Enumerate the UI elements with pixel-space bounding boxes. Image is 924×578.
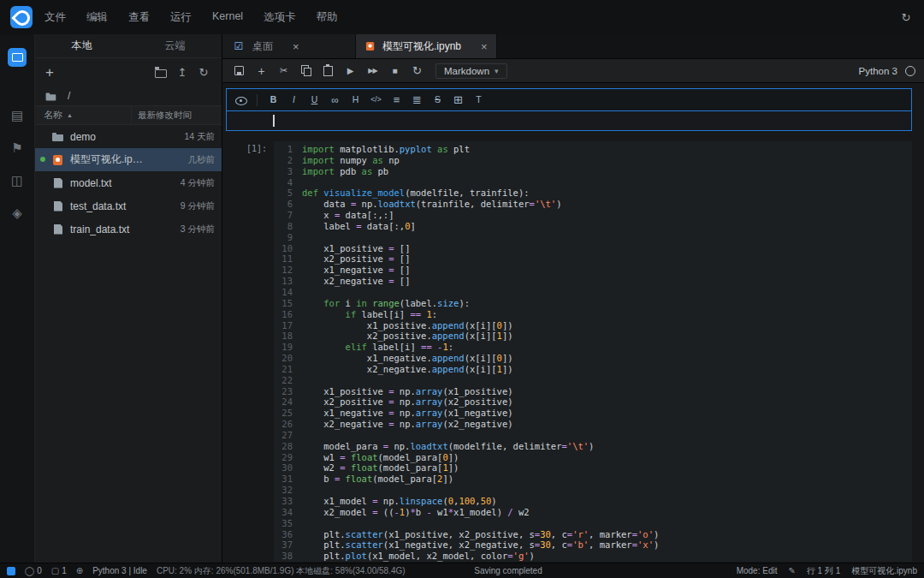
kernel-box-icon: ▢	[51, 566, 59, 575]
workspace: 本地 云端 + / 名称 ▲ 最新修改时间 demo14 天前模型可视化.ipy…	[0, 34, 924, 563]
code-text: w1 = float(model_para[0])	[302, 452, 459, 463]
add-icon[interactable]	[253, 63, 270, 78]
code-icon[interactable]	[367, 92, 385, 108]
folder-icon	[52, 131, 64, 143]
column-name[interactable]: 名称 ▲	[35, 106, 132, 124]
file-modified: 9 分钟前	[145, 200, 222, 212]
file-modified: 3 分钟前	[145, 223, 222, 235]
underline-icon[interactable]	[305, 92, 323, 108]
breadcrumb-path: /	[68, 90, 70, 102]
close-icon[interactable]: ×	[481, 40, 488, 53]
strikethrough-icon[interactable]	[429, 92, 447, 108]
line-number: 19	[274, 342, 302, 353]
line-number: 20	[274, 353, 302, 364]
kernel-name[interactable]: Python 3	[859, 66, 897, 76]
code-line: 23 x1_positive = np.array(x1_positive)	[274, 386, 912, 397]
menu-items: 文件编辑查看运行Kernel选项卡帮助	[44, 10, 338, 25]
line-number: 2	[274, 155, 302, 166]
save-icon[interactable]	[231, 63, 247, 78]
menu-item[interactable]: 编辑	[86, 10, 108, 25]
files-icon[interactable]	[8, 48, 27, 67]
menu-item[interactable]: 帮助	[317, 10, 338, 25]
heading-icon[interactable]	[346, 92, 364, 108]
column-modified[interactable]: 最新修改时间	[132, 110, 222, 122]
new-folder-icon[interactable]	[153, 65, 169, 79]
menu-item[interactable]: 文件	[44, 10, 66, 25]
preview-icon[interactable]	[232, 92, 250, 108]
run-icon[interactable]	[342, 63, 358, 78]
menu-item[interactable]: 运行	[170, 10, 192, 25]
cursor-position[interactable]: 行 1 列 1	[807, 565, 840, 577]
list-ol-icon[interactable]	[408, 92, 426, 108]
tab-desktop[interactable]: 桌面 ×	[222, 34, 356, 58]
restart-icon[interactable]	[409, 63, 425, 78]
circle-icon: ◯	[25, 566, 34, 575]
code-text: import matplotlib.pyplot as plt	[302, 144, 470, 155]
markdown-cell[interactable]	[226, 88, 912, 131]
run-all-icon[interactable]	[364, 63, 381, 78]
menu-item[interactable]: 选项卡	[264, 10, 296, 25]
kernels-indicator[interactable]: ▢ 1	[51, 566, 67, 575]
archive-icon[interactable]	[8, 106, 27, 125]
code-line: 4	[274, 177, 912, 188]
kernel-status-icon[interactable]	[905, 66, 915, 76]
table-icon[interactable]	[449, 92, 467, 108]
upload-icon[interactable]	[175, 65, 190, 79]
code-text: x2_model = ((-1)*b - w1*x1_model) / w2	[302, 507, 530, 518]
refresh-icon[interactable]	[196, 65, 211, 79]
breadcrumb[interactable]: /	[35, 86, 222, 105]
copy-icon[interactable]	[298, 63, 314, 78]
menu-item[interactable]: 查看	[128, 10, 150, 25]
link-icon[interactable]	[326, 92, 344, 108]
code-line: 11 x2_positive = []	[274, 253, 912, 265]
flag-icon[interactable]	[8, 139, 27, 158]
close-icon[interactable]: ×	[293, 40, 299, 53]
code-text: import pdb as pb	[302, 166, 388, 177]
code-cell[interactable]: [1]: 1import matplotlib.pyplot as plt2im…	[226, 141, 912, 562]
text-icon[interactable]	[470, 92, 488, 108]
line-number: 34	[274, 507, 302, 518]
cut-icon[interactable]	[275, 63, 292, 78]
line-number: 7	[274, 210, 302, 221]
line-number: 10	[274, 243, 302, 254]
cell-type-dropdown[interactable]: Markdown ▾	[435, 63, 507, 79]
line-number: 18	[274, 331, 302, 342]
markdown-editor[interactable]	[227, 111, 911, 130]
file-icon	[52, 223, 64, 235]
sync-icon[interactable]	[898, 10, 914, 24]
column-name-label: 名称	[44, 109, 62, 122]
terminals-indicator[interactable]: ◯ 0	[25, 566, 42, 575]
line-number: 38	[274, 551, 302, 562]
fp-toolbar-icons	[153, 65, 211, 79]
bold-icon[interactable]	[264, 92, 282, 108]
globe-icon[interactable]: ⊕	[76, 566, 83, 575]
code-line: 19 elif label[i] == -1:	[274, 342, 912, 353]
stop-icon[interactable]	[387, 63, 403, 78]
mode-indicator[interactable]: Mode: Edit	[737, 566, 778, 575]
md-toolbar-icons	[227, 89, 911, 111]
kernel-status[interactable]: Python 3 | Idle	[92, 566, 147, 575]
file-row[interactable]: 模型可视化.ipynb几秒前	[35, 148, 222, 171]
line-number: 27	[274, 430, 302, 441]
execution-prompt: [1]:	[226, 141, 274, 562]
code-line: 13 x2_negative = []	[274, 276, 912, 287]
storage-icon[interactable]	[8, 171, 27, 190]
code-line: 28 model_para = np.loadtxt(modelfile, de…	[274, 441, 912, 452]
file-row[interactable]: model.txt4 分钟前	[35, 171, 222, 194]
paste-icon[interactable]	[320, 63, 336, 78]
italic-icon[interactable]	[285, 92, 303, 108]
list-ul-icon[interactable]	[388, 92, 406, 108]
filebrowser-tab-local[interactable]: 本地	[35, 34, 128, 57]
file-row[interactable]: demo14 天前	[35, 125, 222, 148]
file-row[interactable]: train_data.txt3 分钟前	[35, 217, 222, 241]
code-line: 6 data = np.loadtxt(trainfile, delimiter…	[274, 199, 912, 210]
app: 文件编辑查看运行Kernel选项卡帮助 本地 云端 + / 名称 ▲	[0, 0, 924, 578]
activity-bar	[0, 34, 35, 563]
filebrowser-tab-cloud[interactable]: 云端	[128, 34, 222, 57]
file-row[interactable]: test_data.txt9 分钟前	[35, 194, 222, 217]
menu-item[interactable]: Kernel	[212, 10, 243, 25]
tag-icon[interactable]	[8, 204, 27, 223]
new-launcher-button[interactable]: +	[45, 65, 54, 80]
code-editor[interactable]: 1import matplotlib.pyplot as plt2import …	[274, 141, 912, 562]
tab-notebook[interactable]: 模型可视化.ipynb ×	[356, 34, 497, 58]
